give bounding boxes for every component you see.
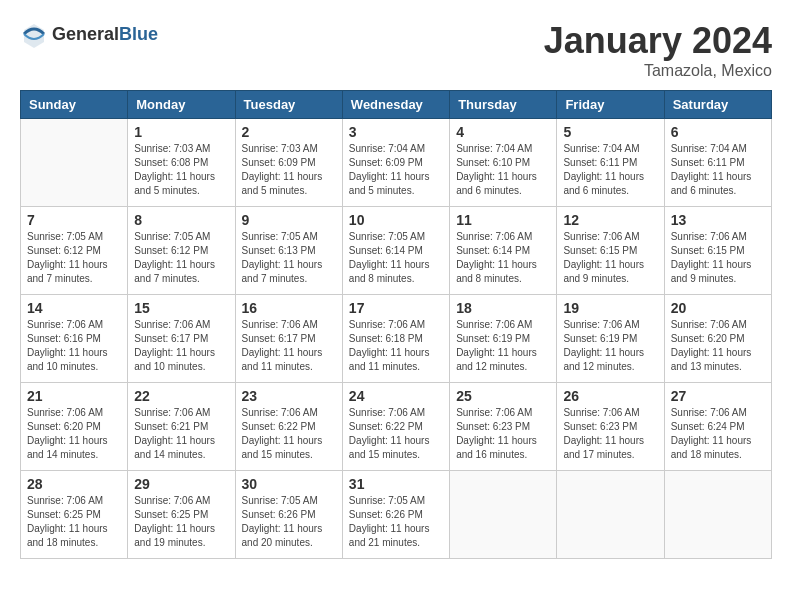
table-row: 8 Sunrise: 7:05 AMSunset: 6:12 PMDayligh… (128, 207, 235, 295)
logo: GeneralBlue (20, 20, 158, 48)
day-info: Sunrise: 7:06 AMSunset: 6:21 PMDaylight:… (134, 406, 228, 462)
day-number: 18 (456, 300, 550, 316)
day-number: 16 (242, 300, 336, 316)
table-row: 5 Sunrise: 7:04 AMSunset: 6:11 PMDayligh… (557, 119, 664, 207)
calendar-week-row: 14 Sunrise: 7:06 AMSunset: 6:16 PMDaylig… (21, 295, 772, 383)
day-info: Sunrise: 7:06 AMSunset: 6:19 PMDaylight:… (456, 318, 550, 374)
day-info: Sunrise: 7:05 AMSunset: 6:12 PMDaylight:… (134, 230, 228, 286)
table-row: 17 Sunrise: 7:06 AMSunset: 6:18 PMDaylig… (342, 295, 449, 383)
day-number: 8 (134, 212, 228, 228)
table-row: 11 Sunrise: 7:06 AMSunset: 6:14 PMDaylig… (450, 207, 557, 295)
day-number: 7 (27, 212, 121, 228)
page-header: GeneralBlue January 2024 Tamazola, Mexic… (20, 20, 772, 80)
table-row: 3 Sunrise: 7:04 AMSunset: 6:09 PMDayligh… (342, 119, 449, 207)
day-number: 13 (671, 212, 765, 228)
day-number: 23 (242, 388, 336, 404)
day-number: 21 (27, 388, 121, 404)
day-info: Sunrise: 7:06 AMSunset: 6:20 PMDaylight:… (27, 406, 121, 462)
table-row: 30 Sunrise: 7:05 AMSunset: 6:26 PMDaylig… (235, 471, 342, 559)
table-row: 20 Sunrise: 7:06 AMSunset: 6:20 PMDaylig… (664, 295, 771, 383)
day-info: Sunrise: 7:05 AMSunset: 6:12 PMDaylight:… (27, 230, 121, 286)
day-info: Sunrise: 7:06 AMSunset: 6:25 PMDaylight:… (27, 494, 121, 550)
day-info: Sunrise: 7:03 AMSunset: 6:08 PMDaylight:… (134, 142, 228, 198)
calendar-table: Sunday Monday Tuesday Wednesday Thursday… (20, 90, 772, 559)
logo-text-general: General (52, 24, 119, 44)
day-info: Sunrise: 7:06 AMSunset: 6:25 PMDaylight:… (134, 494, 228, 550)
table-row: 16 Sunrise: 7:06 AMSunset: 6:17 PMDaylig… (235, 295, 342, 383)
table-row (21, 119, 128, 207)
calendar-week-row: 1 Sunrise: 7:03 AMSunset: 6:08 PMDayligh… (21, 119, 772, 207)
day-number: 28 (27, 476, 121, 492)
day-number: 5 (563, 124, 657, 140)
day-info: Sunrise: 7:05 AMSunset: 6:26 PMDaylight:… (349, 494, 443, 550)
day-info: Sunrise: 7:06 AMSunset: 6:23 PMDaylight:… (456, 406, 550, 462)
day-info: Sunrise: 7:04 AMSunset: 6:10 PMDaylight:… (456, 142, 550, 198)
table-row: 6 Sunrise: 7:04 AMSunset: 6:11 PMDayligh… (664, 119, 771, 207)
day-info: Sunrise: 7:06 AMSunset: 6:18 PMDaylight:… (349, 318, 443, 374)
day-info: Sunrise: 7:03 AMSunset: 6:09 PMDaylight:… (242, 142, 336, 198)
day-number: 1 (134, 124, 228, 140)
day-number: 25 (456, 388, 550, 404)
day-number: 11 (456, 212, 550, 228)
day-number: 31 (349, 476, 443, 492)
table-row: 21 Sunrise: 7:06 AMSunset: 6:20 PMDaylig… (21, 383, 128, 471)
calendar-header-row: Sunday Monday Tuesday Wednesday Thursday… (21, 91, 772, 119)
day-number: 9 (242, 212, 336, 228)
day-info: Sunrise: 7:05 AMSunset: 6:14 PMDaylight:… (349, 230, 443, 286)
table-row: 31 Sunrise: 7:05 AMSunset: 6:26 PMDaylig… (342, 471, 449, 559)
col-monday: Monday (128, 91, 235, 119)
day-info: Sunrise: 7:06 AMSunset: 6:17 PMDaylight:… (134, 318, 228, 374)
table-row: 14 Sunrise: 7:06 AMSunset: 6:16 PMDaylig… (21, 295, 128, 383)
day-info: Sunrise: 7:06 AMSunset: 6:22 PMDaylight:… (349, 406, 443, 462)
day-number: 24 (349, 388, 443, 404)
table-row: 1 Sunrise: 7:03 AMSunset: 6:08 PMDayligh… (128, 119, 235, 207)
day-number: 15 (134, 300, 228, 316)
table-row: 29 Sunrise: 7:06 AMSunset: 6:25 PMDaylig… (128, 471, 235, 559)
col-wednesday: Wednesday (342, 91, 449, 119)
day-number: 12 (563, 212, 657, 228)
col-tuesday: Tuesday (235, 91, 342, 119)
table-row (557, 471, 664, 559)
col-friday: Friday (557, 91, 664, 119)
day-info: Sunrise: 7:06 AMSunset: 6:24 PMDaylight:… (671, 406, 765, 462)
day-info: Sunrise: 7:05 AMSunset: 6:13 PMDaylight:… (242, 230, 336, 286)
day-info: Sunrise: 7:05 AMSunset: 6:26 PMDaylight:… (242, 494, 336, 550)
day-number: 22 (134, 388, 228, 404)
day-info: Sunrise: 7:06 AMSunset: 6:15 PMDaylight:… (563, 230, 657, 286)
table-row: 28 Sunrise: 7:06 AMSunset: 6:25 PMDaylig… (21, 471, 128, 559)
table-row: 27 Sunrise: 7:06 AMSunset: 6:24 PMDaylig… (664, 383, 771, 471)
col-saturday: Saturday (664, 91, 771, 119)
calendar-week-row: 7 Sunrise: 7:05 AMSunset: 6:12 PMDayligh… (21, 207, 772, 295)
day-info: Sunrise: 7:06 AMSunset: 6:17 PMDaylight:… (242, 318, 336, 374)
day-number: 19 (563, 300, 657, 316)
table-row (664, 471, 771, 559)
day-info: Sunrise: 7:06 AMSunset: 6:16 PMDaylight:… (27, 318, 121, 374)
calendar-week-row: 28 Sunrise: 7:06 AMSunset: 6:25 PMDaylig… (21, 471, 772, 559)
day-info: Sunrise: 7:06 AMSunset: 6:14 PMDaylight:… (456, 230, 550, 286)
table-row: 25 Sunrise: 7:06 AMSunset: 6:23 PMDaylig… (450, 383, 557, 471)
day-number: 20 (671, 300, 765, 316)
day-number: 3 (349, 124, 443, 140)
day-info: Sunrise: 7:06 AMSunset: 6:19 PMDaylight:… (563, 318, 657, 374)
day-number: 26 (563, 388, 657, 404)
day-info: Sunrise: 7:04 AMSunset: 6:11 PMDaylight:… (563, 142, 657, 198)
table-row: 23 Sunrise: 7:06 AMSunset: 6:22 PMDaylig… (235, 383, 342, 471)
table-row: 19 Sunrise: 7:06 AMSunset: 6:19 PMDaylig… (557, 295, 664, 383)
logo-icon (20, 20, 48, 48)
table-row: 10 Sunrise: 7:05 AMSunset: 6:14 PMDaylig… (342, 207, 449, 295)
day-info: Sunrise: 7:04 AMSunset: 6:11 PMDaylight:… (671, 142, 765, 198)
logo-text-blue: Blue (119, 24, 158, 44)
table-row: 7 Sunrise: 7:05 AMSunset: 6:12 PMDayligh… (21, 207, 128, 295)
col-thursday: Thursday (450, 91, 557, 119)
table-row: 2 Sunrise: 7:03 AMSunset: 6:09 PMDayligh… (235, 119, 342, 207)
table-row: 26 Sunrise: 7:06 AMSunset: 6:23 PMDaylig… (557, 383, 664, 471)
table-row: 4 Sunrise: 7:04 AMSunset: 6:10 PMDayligh… (450, 119, 557, 207)
day-number: 30 (242, 476, 336, 492)
day-number: 6 (671, 124, 765, 140)
table-row: 18 Sunrise: 7:06 AMSunset: 6:19 PMDaylig… (450, 295, 557, 383)
day-info: Sunrise: 7:06 AMSunset: 6:23 PMDaylight:… (563, 406, 657, 462)
table-row: 24 Sunrise: 7:06 AMSunset: 6:22 PMDaylig… (342, 383, 449, 471)
day-info: Sunrise: 7:06 AMSunset: 6:22 PMDaylight:… (242, 406, 336, 462)
day-number: 27 (671, 388, 765, 404)
day-info: Sunrise: 7:06 AMSunset: 6:20 PMDaylight:… (671, 318, 765, 374)
